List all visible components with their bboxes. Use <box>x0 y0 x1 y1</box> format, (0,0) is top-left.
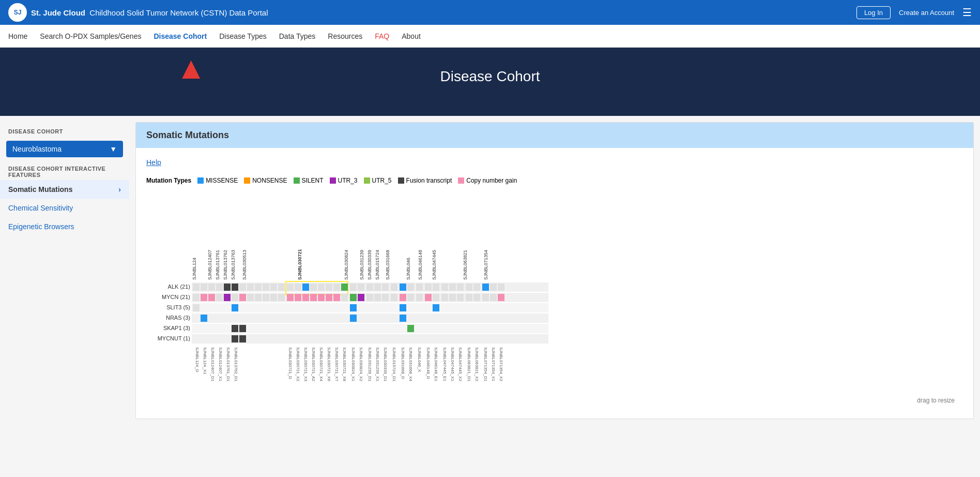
alk-063821-2 <box>473 284 480 291</box>
alk-012407-1 <box>208 284 215 291</box>
nras-sjnbl124-2 <box>201 315 207 322</box>
sidebar-section-disease-cohort: DISEASE COHORT <box>0 124 129 137</box>
hero-title: Disease Cohort <box>10 68 970 85</box>
sample-bottom-030721-d: SJNBL030721_D <box>288 347 293 379</box>
main-content: DISEASE COHORT Neuroblastoma ▼ DISEASE C… <box>0 116 980 425</box>
chemical-sensitivity-link[interactable]: Chemical Sensitivity <box>8 204 73 212</box>
top-bar-right: Log In Create an Account ☰ <box>856 6 972 19</box>
mycn-030824-1 <box>350 294 357 301</box>
alk-046148-2 <box>433 284 439 291</box>
mycn-sjnbl124-1 <box>193 294 200 301</box>
alk-063821-1 <box>466 284 472 291</box>
logo: SJ <box>8 3 27 22</box>
silent-swatch <box>294 177 300 184</box>
gene-label-mycnut: MYCNUT (1) <box>158 335 190 341</box>
sample-bottom-012407-x1: SJNBL012407_X1 <box>218 347 223 381</box>
mycn-030824-2 <box>358 294 364 301</box>
create-account-link[interactable]: Create an Account <box>899 9 954 17</box>
mycn-030721-7 <box>333 294 340 301</box>
alk-015724 <box>391 284 397 291</box>
nav-data-types[interactable]: Data Types <box>279 30 316 42</box>
mycn-030513-3 <box>270 294 277 301</box>
alk-031239-1 <box>366 284 373 291</box>
slit3-013762 <box>232 304 238 311</box>
nras-030824-1 <box>350 315 357 322</box>
mycn-031239-1 <box>366 294 373 301</box>
sample-bottom-031239-d1: SJNBL031239_D1 <box>368 347 372 382</box>
legend-silent: SILENT <box>294 177 324 184</box>
sample-bottom-013761-d1: SJNBL013761_D1 <box>226 347 231 382</box>
sidebar-item-epigenetic-browsers[interactable]: Epigenetic Browsers <box>0 217 129 236</box>
alk-030513-2 <box>263 284 269 291</box>
missense-label: MISSENSE <box>206 177 238 184</box>
nav-home[interactable]: Home <box>8 30 27 42</box>
disease-cohort-dropdown[interactable]: Neuroblastoma ▼ <box>6 141 123 157</box>
legend-nonsense: NONSENSE <box>244 177 287 184</box>
mycn-012407-1 <box>208 294 215 301</box>
mycn-030721-3 <box>302 294 309 301</box>
sample-bottom-046-x: SJNBL046_X <box>417 347 422 372</box>
mycn-063821-2 <box>473 294 480 301</box>
oncoprint-chart: SJNBL124 SJNBL012407 SJNBL013761 SJNBL01… <box>146 195 963 393</box>
content-panel: Somatic Mutations Help Mutation Types MI… <box>135 122 974 419</box>
alk-031668-2 <box>407 284 414 291</box>
nav-about[interactable]: About <box>402 30 421 42</box>
alk-047445-3 <box>457 284 464 291</box>
sample-bottom-030721-x2: SJNBL030721_X2 <box>296 347 300 381</box>
mycn-030721-2 <box>295 294 301 301</box>
sample-bottom-030721-x6: SJNBL030721_X6 <box>327 347 331 381</box>
mycn-012407-2 <box>216 294 223 301</box>
sample-bottom-030721-x8: SJNBL030721_X8 <box>342 347 347 381</box>
mycn-031668-1 <box>400 294 406 301</box>
sample-header-sjnbl124: SJNBL124 <box>192 258 197 280</box>
nav-faq[interactable]: FAQ <box>375 30 389 42</box>
sample-bottom-013762-d1: SJNBL013762_D1 <box>234 347 238 382</box>
mycn-047445-1 <box>441 294 448 301</box>
sample-bottom-071354-x2: SJNBL071354_X2 <box>499 347 503 381</box>
alk-013761 <box>224 284 231 291</box>
slit3-031668 <box>400 304 406 311</box>
mycn-013761 <box>224 294 231 301</box>
mycn-030721-1 <box>287 294 294 301</box>
sample-bottom-030824-x1: SJNBL030824_X1 <box>351 347 356 381</box>
oncoprint-grid <box>192 281 548 344</box>
sample-bottom-063821-d1: SJNBL063821_D1 <box>467 347 471 382</box>
alk-030824-1 <box>350 284 357 291</box>
sample-header-sjnbl013762: SJNBL013762 <box>223 250 228 280</box>
mycn-046148-2 <box>433 294 439 301</box>
alk-071354-1 <box>482 284 489 291</box>
mycn-030721-5 <box>318 294 325 301</box>
login-button[interactable]: Log In <box>856 6 891 19</box>
sidebar-item-somatic-mutations-label: Somatic Mutations <box>8 185 72 193</box>
sample-bottom-015724-d1: SJNBL015724_D1 <box>392 347 396 382</box>
alk-031239-2 <box>374 284 381 291</box>
sample-bottom-031239-x1: SJNBL031239_X1 <box>375 347 380 381</box>
nras-row-bg <box>192 314 548 323</box>
mycn-030339-1 <box>382 294 389 301</box>
legend-utr3: UTR_3 <box>330 177 358 184</box>
nav-disease-cohort[interactable]: Disease Cohort <box>154 30 207 42</box>
help-link[interactable]: Help <box>146 158 963 167</box>
sample-bottom-030721-x7: SJNBL030721_X7 <box>334 347 339 381</box>
sample-header-sjnbl013761: SJNBL013761 <box>215 250 220 280</box>
sidebar-item-chemical-sensitivity[interactable]: Chemical Sensitivity <box>0 199 129 217</box>
app-title: St. Jude Cloud Childhood Solid Tumor Net… <box>31 8 268 17</box>
sample-bottom-047445-e1: SJNBL047445_E1 <box>442 347 447 381</box>
gene-label-alk: ALK (21) <box>168 284 190 290</box>
nav-resources[interactable]: Resources <box>328 30 362 42</box>
alk-071354-2 <box>490 284 497 291</box>
sample-bottom-071354-d1: SJNBL071354_D1 <box>483 347 488 382</box>
alk-030824-2 <box>358 284 364 291</box>
epigenetic-browsers-link[interactable]: Epigenetic Browsers <box>8 222 74 231</box>
hamburger-icon[interactable]: ☰ <box>962 6 972 19</box>
alk-sjnbl124-2 <box>201 284 207 291</box>
alk-030721-7 <box>333 284 340 291</box>
sample-bottom-071354-x1: SJNBL071354_X1 <box>491 347 496 381</box>
mycn-013762 <box>232 294 238 301</box>
nav-search[interactable]: Search O-PDX Samples/Genes <box>40 30 141 42</box>
alk-sjnbl124-1 <box>193 284 200 291</box>
sidebar-item-somatic-mutations[interactable]: Somatic Mutations › <box>0 180 129 199</box>
sample-bottom-sjnbl124-x1: SJNBL124_X1 <box>203 347 207 375</box>
alk-046148-1 <box>425 284 432 291</box>
nav-disease-types[interactable]: Disease Types <box>219 30 267 42</box>
